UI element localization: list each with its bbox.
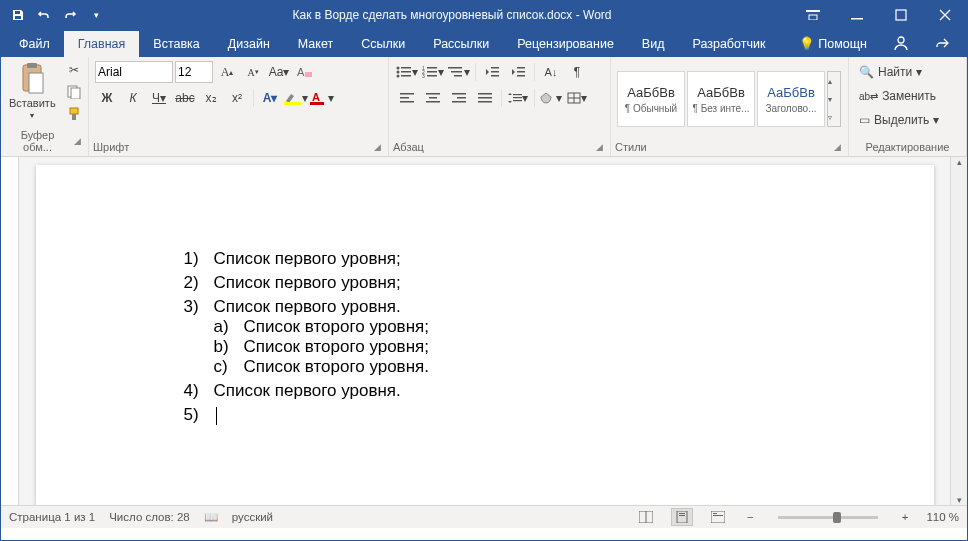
page[interactable]: Список первого уровня;Список первого уро… [36,165,934,505]
dialog-launcher-icon[interactable]: ◢ [596,142,606,152]
align-center-icon[interactable] [421,87,445,109]
svg-rect-60 [677,511,687,523]
font-size-combo[interactable] [175,61,213,83]
sort-icon[interactable]: A↓ [539,61,563,83]
align-right-icon[interactable] [447,87,471,109]
print-layout-icon[interactable] [671,508,693,526]
group-styles: АаБбВв¶ Обычный АаБбВв¶ Без инте... АаБб… [611,57,849,156]
style-normal[interactable]: АаБбВв¶ Обычный [617,71,685,127]
list-item[interactable]: Список первого уровня; [184,273,934,293]
list-item[interactable]: Список первого уровня; [184,249,934,269]
svg-rect-38 [517,71,525,73]
minimize-icon[interactable] [835,1,879,29]
zoom-in-button[interactable]: + [898,511,913,523]
line-spacing-icon[interactable]: ▾ [506,87,530,109]
tab-mailings[interactable]: Рассылки [419,31,503,57]
bullets-icon[interactable]: ▾ [395,61,419,83]
spellcheck-icon[interactable]: 📖 [204,510,218,524]
zoom-level[interactable]: 110 % [926,511,959,523]
redo-icon[interactable] [59,4,81,26]
tab-file[interactable]: Файл [5,31,64,57]
tab-review[interactable]: Рецензирование [503,31,628,57]
bold-button[interactable]: Ж [95,87,119,109]
shading-icon[interactable]: ▾ [539,87,563,109]
share-button[interactable] [927,30,957,56]
decrease-indent-icon[interactable] [480,61,504,83]
align-left-icon[interactable] [395,87,419,109]
window-controls [791,1,967,29]
justify-icon[interactable] [473,87,497,109]
font-family-combo[interactable] [95,61,173,83]
ribbon-options-icon[interactable] [791,1,835,29]
change-case-icon[interactable]: Aa▾ [267,61,291,83]
svg-text:A: A [312,91,320,103]
grow-font-icon[interactable]: A▴ [215,61,239,83]
svg-rect-37 [517,67,525,69]
find-button[interactable]: 🔍Найти ▾ [855,61,926,83]
list-item[interactable]: Список второго уровня. [214,357,934,377]
undo-icon[interactable] [33,4,55,26]
tab-home[interactable]: Главная [64,31,140,57]
select-button[interactable]: ▭Выделить ▾ [855,109,943,131]
show-marks-icon[interactable]: ¶ [565,61,589,83]
web-layout-icon[interactable] [707,508,729,526]
dialog-launcher-icon[interactable]: ◢ [74,136,84,146]
qat-customize-icon[interactable]: ▾ [85,4,107,26]
text-effects-icon[interactable]: A▾ [258,87,282,109]
status-page[interactable]: Страница 1 из 1 [9,511,95,523]
tab-view[interactable]: Вид [628,31,679,57]
strikethrough-button[interactable]: abc [173,87,197,109]
list-item[interactable]: Список первого уровня. [184,381,934,401]
styles-gallery[interactable]: АаБбВв¶ Обычный АаБбВв¶ Без инте... АаБб… [617,71,825,127]
multilevel-list-icon[interactable]: ▾ [447,61,471,83]
shrink-font-icon[interactable]: A▾ [241,61,265,83]
zoom-slider[interactable] [778,516,878,519]
superscript-button[interactable]: x² [225,87,249,109]
style-heading1[interactable]: АаБбВвЗаголово... [757,71,825,127]
account-icon[interactable] [885,29,917,57]
save-icon[interactable] [7,4,29,26]
tab-insert[interactable]: Вставка [139,31,213,57]
tab-design[interactable]: Дизайн [214,31,284,57]
status-words[interactable]: Число слов: 28 [109,511,190,523]
styles-gallery-scroll[interactable]: ▴▾▿ [827,71,841,127]
highlight-icon[interactable]: ▾ [284,87,308,109]
paste-button[interactable]: Вставить ▾ [5,59,60,122]
tell-me[interactable]: 💡 Помощн [791,30,875,57]
clear-formatting-icon[interactable]: A [293,61,317,83]
group-styles-label: Стили [615,141,647,153]
replace-button[interactable]: ab⇄Заменить [855,85,940,107]
font-color-icon[interactable]: A▾ [310,87,334,109]
tab-developer[interactable]: Разработчик [678,31,779,57]
list-item[interactable] [184,405,934,425]
tab-layout[interactable]: Макет [284,31,347,57]
cut-icon[interactable]: ✂ [62,59,86,81]
document-area[interactable]: Список первого уровня;Список первого уро… [19,157,950,505]
list-item[interactable]: Список первого уровня.Список второго уро… [184,297,934,377]
maximize-icon[interactable] [879,1,923,29]
increase-indent-icon[interactable] [506,61,530,83]
svg-rect-47 [457,97,466,99]
subscript-button[interactable]: x₂ [199,87,223,109]
svg-rect-34 [491,67,499,69]
italic-button[interactable]: К [121,87,145,109]
zoom-out-button[interactable]: − [743,511,758,523]
read-mode-icon[interactable] [635,508,657,526]
numbering-icon[interactable]: 123▾ [421,61,445,83]
list-item[interactable]: Список второго уровня; [214,317,934,337]
underline-button[interactable]: Ч▾ [147,87,171,109]
style-no-spacing[interactable]: АаБбВв¶ Без инте... [687,71,755,127]
borders-icon[interactable]: ▾ [565,87,589,109]
list-item[interactable]: Список второго уровня; [214,337,934,357]
close-icon[interactable] [923,1,967,29]
status-language[interactable]: русский [232,511,273,523]
svg-rect-39 [517,75,525,77]
copy-icon[interactable] [62,81,86,103]
dialog-launcher-icon[interactable]: ◢ [834,142,844,152]
dialog-launcher-icon[interactable]: ◢ [374,142,384,152]
tab-references[interactable]: Ссылки [347,31,419,57]
format-painter-icon[interactable] [62,103,86,125]
svg-text:3: 3 [422,73,425,78]
group-font-label: Шрифт [93,141,129,153]
vertical-scrollbar[interactable] [950,157,967,505]
